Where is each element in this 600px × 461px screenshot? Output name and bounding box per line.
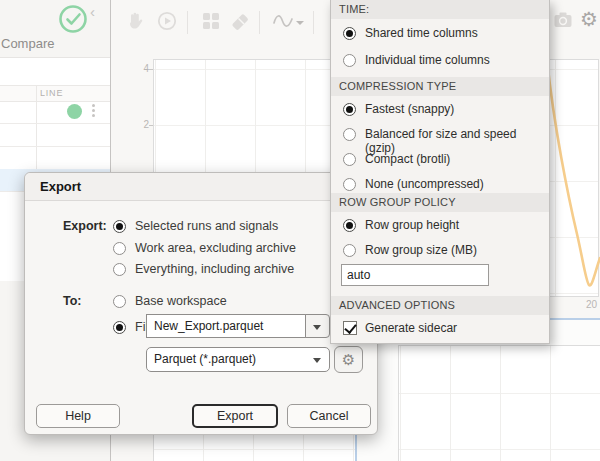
radio-everything[interactable]: Everything, including archive — [25, 261, 379, 281]
toolbar-separator — [313, 11, 314, 34]
file-name-input[interactable] — [146, 314, 306, 338]
signal-color-dot[interactable] — [67, 104, 82, 119]
help-button[interactable]: Help — [36, 404, 120, 428]
cancel-button[interactable]: Cancel — [287, 404, 371, 428]
settings-gear-icon[interactable] — [578, 8, 600, 30]
table-header-row: LINE — [0, 85, 110, 102]
toolbar-separator — [187, 11, 188, 34]
radio-fastest-snappy[interactable]: Fastest (snappy) — [331, 99, 549, 121]
section-header-advanced: ADVANCED OPTIONS — [331, 296, 549, 315]
radio-balanced-gzip[interactable]: Balanced for size and speed (gzip) — [331, 124, 549, 146]
radio-base-workspace[interactable]: Base workspace — [25, 293, 379, 313]
radio-icon — [343, 219, 356, 232]
radio-icon — [113, 295, 126, 308]
radio-icon — [113, 263, 126, 276]
radio-row-group-size[interactable]: Row group size (MB) — [331, 240, 549, 262]
radio-icon — [343, 103, 356, 116]
export-settings-popup: TIME: Shared time columns Individual tim… — [330, 0, 550, 344]
radio-individual-time-columns[interactable]: Individual time columns — [331, 50, 549, 72]
radio-row-group-height[interactable]: Row group height — [331, 215, 549, 237]
format-settings-gear-button[interactable] — [334, 346, 363, 373]
radio-icon — [343, 153, 356, 166]
radio-icon — [343, 54, 356, 67]
row-group-size-input[interactable] — [341, 264, 489, 286]
replay-icon[interactable] — [156, 10, 178, 32]
radio-icon — [113, 242, 126, 255]
radio-icon — [343, 178, 356, 191]
section-header-row-group: ROW GROUP POLICY — [331, 193, 549, 212]
radio-icon — [113, 321, 126, 334]
radio-compact-brotli[interactable]: Compact (brotli) — [331, 149, 549, 171]
radio-icon — [343, 27, 356, 40]
section-header-compression: COMPRESSION TYPE — [331, 77, 549, 96]
radio-icon — [113, 220, 126, 233]
signal-wave-icon[interactable] — [272, 10, 294, 32]
toolbar-separator — [259, 11, 260, 34]
radio-icon — [343, 244, 356, 257]
chevron-down-icon[interactable] — [296, 21, 304, 25]
export-button[interactable]: Export — [192, 404, 278, 428]
radio-icon — [343, 128, 356, 141]
dialog-title: Export — [25, 173, 377, 201]
layout-grid-icon[interactable] — [200, 10, 222, 32]
kebab-menu-icon[interactable] — [92, 104, 96, 120]
snapshot-camera-icon[interactable] — [552, 9, 574, 31]
file-name-dropdown-button[interactable] — [305, 314, 330, 338]
signal-curve-orange — [543, 56, 600, 300]
checkbox-generate-sidecar[interactable]: Generate sidecar — [331, 318, 549, 340]
app-window: 4 2 15 20 — [0, 0, 600, 461]
export-dialog: Export Export: Selected runs and signals… — [24, 172, 378, 435]
radio-shared-time-columns[interactable]: Shared time columns — [331, 23, 549, 45]
subplot-bottom-right-axes[interactable] — [398, 345, 600, 461]
radio-work-area[interactable]: Work area, excluding archive — [25, 240, 379, 260]
y-axis-tick-4: 4 — [137, 63, 149, 74]
collapse-chevron-icon[interactable] — [90, 4, 104, 20]
eraser-icon[interactable] — [230, 10, 252, 32]
checkbox-icon — [343, 321, 357, 335]
compare-check-icon — [55, 3, 91, 36]
pan-hand-icon[interactable] — [124, 10, 146, 32]
radio-selected-runs[interactable]: Selected runs and signals — [25, 218, 379, 238]
column-header-line: LINE — [40, 88, 63, 98]
tab-compare[interactable]: Compare — [1, 36, 54, 51]
section-header-time: TIME: — [331, 0, 549, 19]
x-axis-tick-20: 20 — [586, 299, 597, 310]
file-format-dropdown[interactable]: Parquet (*.parquet) — [146, 347, 330, 372]
y-axis-tick-2: 2 — [137, 119, 149, 130]
